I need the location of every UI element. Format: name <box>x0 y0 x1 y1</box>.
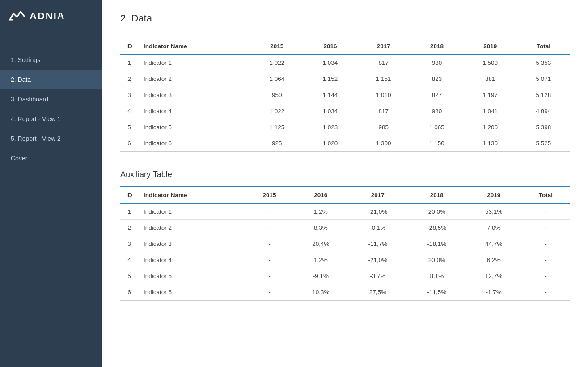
cell-name: Indicator 5 <box>138 268 245 284</box>
cell-id: 3 <box>120 236 138 252</box>
sidebar-nav: 1. Settings 2. Data 3. Dashboard 4. Repo… <box>0 50 102 168</box>
cell-id: 2 <box>120 220 138 236</box>
table-row: 2 Indicator 2 - 8,3% -0,1% -28,5% 7,0% - <box>120 220 570 236</box>
cell-2015: - <box>245 284 293 301</box>
table-row: 6 Indicator 6 925 1 020 1 300 1 150 1 13… <box>120 135 570 152</box>
cell-total: - <box>521 220 570 236</box>
table-row: 5 Indicator 5 - -9,1% -3,7% 8,1% 12,7% - <box>120 268 570 284</box>
cell-2019: 1 200 <box>464 119 517 135</box>
cell-2019: 1 197 <box>464 87 517 103</box>
cell-2019: 1 500 <box>464 55 517 71</box>
cell-id: 4 <box>120 252 138 268</box>
cell-2018: 20,0% <box>407 252 466 268</box>
aux-col-total: Total <box>521 187 570 203</box>
main-content: 2. Data ID Indicator Name 2015 2016 2017… <box>102 0 588 367</box>
cell-2017: -21,0% <box>348 203 407 220</box>
cell-2015: - <box>245 268 293 284</box>
cell-2017: -3,7% <box>348 268 407 284</box>
cell-2019: 53,1% <box>466 203 521 220</box>
aux-col-indicator-name: Indicator Name <box>138 187 245 203</box>
cell-id: 4 <box>120 103 138 119</box>
sidebar: ADNIA 1. Settings 2. Data 3. Dashboard 4… <box>0 0 102 367</box>
cell-2017: 985 <box>357 119 410 135</box>
cell-2016: 1,2% <box>293 203 348 220</box>
cell-2016: 1,2% <box>293 252 348 268</box>
cell-id: 1 <box>120 203 138 220</box>
table-row: 4 Indicator 4 - 1,2% -21,0% 20,0% 6,2% - <box>120 252 570 268</box>
cell-id: 6 <box>120 135 138 152</box>
cell-2016: 1 144 <box>304 87 357 103</box>
cell-name: Indicator 1 <box>138 55 250 71</box>
table-row: 6 Indicator 6 - 10,3% 27,5% -11,5% -1,7%… <box>120 284 570 301</box>
main-table-header-row: ID Indicator Name 2015 2016 2017 2018 20… <box>120 38 570 55</box>
cell-total: - <box>521 268 570 284</box>
cell-total: - <box>521 284 570 301</box>
sidebar-item-report-view2[interactable]: 5. Report - View 2 <box>0 129 102 148</box>
cell-2018: -11,5% <box>407 284 466 301</box>
cell-2017: -21,0% <box>348 252 407 268</box>
table-row: 3 Indicator 3 - 20,4% -11,7% -18,1% 44,7… <box>120 236 570 252</box>
cell-total: 5 071 <box>517 71 570 87</box>
cell-2015: 1 022 <box>250 103 304 119</box>
cell-2015: 950 <box>250 87 304 103</box>
table-row: 1 Indicator 1 - 1,2% -21,0% 20,0% 53,1% … <box>120 203 570 220</box>
cell-2015: - <box>245 203 293 220</box>
cell-2018: -28,5% <box>407 220 466 236</box>
cell-2017: 1 151 <box>357 71 410 87</box>
cell-id: 3 <box>120 87 138 103</box>
aux-table-container: Auxiliary Table ID Indicator Name 2015 2… <box>120 170 570 301</box>
cell-total: 4 894 <box>517 103 570 119</box>
cell-name: Indicator 3 <box>138 87 250 103</box>
cell-2015: - <box>245 236 293 252</box>
cell-2018: 1 065 <box>410 119 463 135</box>
cell-2015: - <box>245 252 293 268</box>
cell-2017: -0,1% <box>348 220 407 236</box>
sidebar-item-dashboard[interactable]: 3. Dashboard <box>0 89 102 109</box>
cell-2015: 1 125 <box>250 119 304 135</box>
table-row: 5 Indicator 5 1 125 1 023 985 1 065 1 20… <box>120 119 570 135</box>
main-table: ID Indicator Name 2015 2016 2017 2018 20… <box>120 38 570 152</box>
logo-area: ADNIA <box>0 0 102 32</box>
cell-2017: 1 300 <box>357 135 410 152</box>
sidebar-item-cover[interactable]: Cover <box>0 148 102 168</box>
cell-name: Indicator 2 <box>138 220 245 236</box>
cell-2016: 1 023 <box>304 119 357 135</box>
sidebar-item-report-view1[interactable]: 4. Report - View 1 <box>0 109 102 129</box>
cell-2019: 12,7% <box>466 268 521 284</box>
aux-col-2016: 2016 <box>293 187 348 203</box>
page-title: 2. Data <box>120 13 570 24</box>
cell-2018: 8,1% <box>407 268 466 284</box>
cell-2019: 1 130 <box>464 135 517 152</box>
aux-col-2019: 2019 <box>466 187 521 203</box>
sidebar-item-settings[interactable]: 1. Settings <box>0 50 102 70</box>
cell-2016: 8,3% <box>293 220 348 236</box>
cell-2017: -11,7% <box>348 236 407 252</box>
cell-2016: 1 020 <box>304 135 357 152</box>
cell-2018: 980 <box>410 103 463 119</box>
col-total: Total <box>517 38 570 55</box>
cell-total: 5 353 <box>517 55 570 71</box>
cell-2019: 6,2% <box>466 252 521 268</box>
col-2015: 2015 <box>250 38 304 55</box>
table-row: 3 Indicator 3 950 1 144 1 010 827 1 197 … <box>120 87 570 103</box>
cell-total: - <box>521 203 570 220</box>
aux-col-2015: 2015 <box>245 187 293 203</box>
cell-total: - <box>521 236 570 252</box>
table-row: 2 Indicator 2 1 064 1 152 1 151 823 881 … <box>120 71 570 87</box>
cell-id: 1 <box>120 55 138 71</box>
table-row: 1 Indicator 1 1 022 1 034 817 980 1 500 … <box>120 55 570 71</box>
cell-2016: 1 034 <box>304 55 357 71</box>
aux-table-title: Auxiliary Table <box>120 170 570 179</box>
cell-2017: 817 <box>357 103 410 119</box>
cell-id: 6 <box>120 284 138 301</box>
cell-2016: 1 034 <box>304 103 357 119</box>
cell-name: Indicator 6 <box>138 135 250 152</box>
cell-2018: 980 <box>410 55 463 71</box>
sidebar-item-data[interactable]: 2. Data <box>0 70 102 89</box>
aux-col-2018: 2018 <box>407 187 466 203</box>
cell-name: Indicator 3 <box>138 236 245 252</box>
cell-total: 5 398 <box>517 119 570 135</box>
col-2017: 2017 <box>357 38 410 55</box>
aux-col-2017: 2017 <box>348 187 407 203</box>
aux-table-header-row: ID Indicator Name 2015 2016 2017 2018 20… <box>120 187 570 203</box>
